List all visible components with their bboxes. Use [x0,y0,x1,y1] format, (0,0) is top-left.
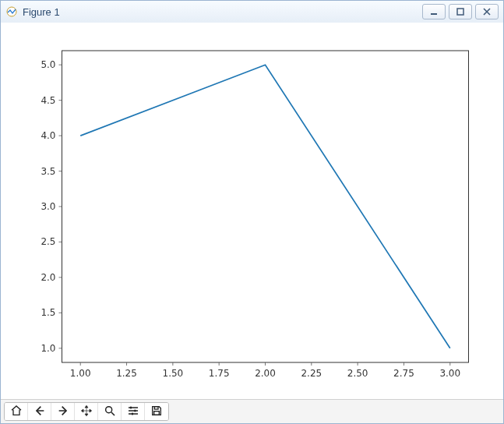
toolbar [1,399,503,423]
home-icon [10,405,23,419]
sliders-icon [127,405,139,419]
y-tick-label: 5.0 [41,59,55,70]
zoom-button[interactable] [98,403,122,420]
x-tick-label: 2.50 [347,368,368,379]
app-icon [5,5,18,18]
save-button[interactable] [145,403,168,420]
configure-button[interactable] [122,403,145,420]
forward-button[interactable] [51,403,75,420]
y-tick-label: 2.5 [41,236,55,247]
svg-point-21 [105,406,111,412]
pan-button[interactable] [75,403,98,420]
svg-rect-24 [132,412,133,415]
svg-rect-22 [130,406,132,408]
y-tick-label: 3.5 [41,166,55,177]
y-tick-label: 4.0 [41,130,55,141]
toolbar-group [4,402,169,421]
plot-svg: 1.001.251.501.752.002.252.502.753.00 1.0… [1,23,503,400]
x-tick-label: 1.25 [116,368,137,379]
y-tick-label: 4.5 [41,95,55,106]
y-tick-label: 3.0 [41,201,55,212]
y-axis: 1.01.52.02.53.03.54.04.55.0 [41,59,62,354]
window-title: Figure 1 [23,6,422,18]
x-tick-label: 1.50 [163,368,184,379]
arrow-left-icon [33,405,46,419]
x-tick-label: 1.00 [70,368,91,379]
figure-window: Figure 1 1.001.251.501.752.002.252.502.7… [0,0,504,424]
svg-rect-26 [154,411,160,415]
window-controls [422,4,499,19]
y-tick-label: 2.0 [41,272,55,283]
plot-area[interactable]: 1.001.251.501.752.002.252.502.753.00 1.0… [1,23,503,400]
svg-rect-25 [154,406,158,408]
back-button[interactable] [28,403,51,420]
arrow-right-icon [57,405,69,419]
maximize-button[interactable] [449,4,472,19]
titlebar: Figure 1 [1,1,503,23]
home-button[interactable] [5,403,28,420]
x-tick-label: 1.75 [209,368,230,379]
save-icon [150,405,163,419]
x-tick-label: 2.25 [301,368,322,379]
move-icon [80,405,93,419]
x-tick-label: 3.00 [439,368,460,379]
axes-box [62,51,469,362]
y-tick-label: 1.5 [41,307,55,318]
svg-rect-1 [431,13,437,15]
close-button[interactable] [475,4,499,19]
zoom-icon [104,405,116,419]
svg-rect-2 [457,9,463,15]
x-tick-label: 2.00 [255,368,276,379]
y-tick-label: 1.0 [41,343,55,354]
svg-rect-23 [134,409,136,412]
x-tick-label: 2.75 [393,368,414,379]
minimize-button[interactable] [422,4,446,19]
x-axis: 1.001.251.501.752.002.252.502.753.00 [70,362,460,379]
